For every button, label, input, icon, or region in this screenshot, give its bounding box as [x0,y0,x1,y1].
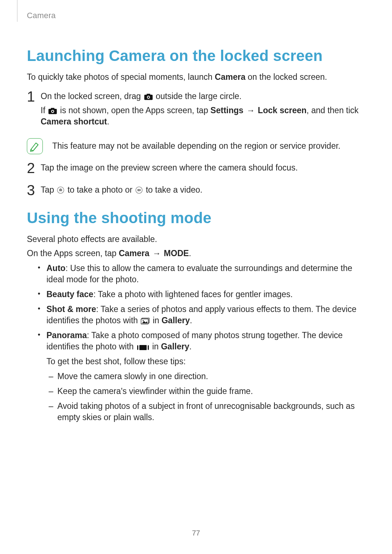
svg-rect-12 [138,189,140,191]
text: outside the large circle. [156,91,242,101]
mode-name: Panorama [46,331,87,340]
page-number: 77 [0,529,392,537]
photo-stack-icon [141,318,150,324]
mode-shot-and-more: Shot & more: Take a series of photos and… [36,304,365,326]
bold-lockscreen: Lock screen [258,106,306,115]
svg-point-3 [147,97,149,98]
step-3: 3 Tap to take a photo or to take a video… [27,184,365,198]
text: . [190,316,192,325]
section2-intro: Several photo effects are available. [27,234,365,245]
running-header: Camera [27,11,56,20]
section2-path: On the Apps screen, tap Camera → MODE. [27,248,365,259]
mode-beauty-face: Beauty face: Take a photo with lightened… [36,289,365,300]
svg-point-7 [52,111,53,112]
panorama-tips-intro: To get the best shot, follow these tips: [46,356,365,367]
tip-3: Avoid taking photos of a subject in fron… [46,401,365,423]
note-text: This feature may not be available depend… [52,140,365,152]
step-2: 2 Tap the image on the preview screen wh… [27,162,365,176]
text: . [189,342,191,351]
step-1: 1 On the locked screen, drag outside the… [27,91,365,130]
record-icon [135,186,143,194]
step-body: Tap the image on the preview screen wher… [41,162,365,176]
panorama-tips: Move the camera slowly in one direction.… [46,371,365,423]
text: If [41,106,48,115]
step-number: 3 [27,183,41,197]
camera-icon [48,108,57,114]
step-number: 1 [27,89,41,104]
mode-desc: : Take a photo with lightened faces for … [93,290,293,299]
note-icon [27,138,43,154]
svg-rect-5 [51,108,54,109]
step2-text: Tap the image on the preview screen wher… [41,162,365,173]
mode-panorama: Panorama: Take a photo composed of many … [36,330,365,423]
section-title-launching: Launching Camera on the locked screen [27,46,365,66]
text: on the locked screen. [245,72,327,82]
mode-name: Beauty face [46,290,93,299]
svg-rect-16 [139,345,147,350]
step3-text: Tap to take a photo or to take a video. [41,184,365,196]
mode-name: Shot & more [46,304,96,314]
text: in [153,316,162,325]
corner-rule [17,0,17,22]
tip-2: Keep the camera's viewfinder within the … [46,386,365,397]
bold-gallery: Gallery [161,342,189,351]
text: On the locked screen, drag [41,91,143,101]
bold-camera-shortcut: Camera shortcut [41,117,107,126]
bold-settings: Settings [211,106,244,115]
step1-line1: On the locked screen, drag outside the l… [41,91,365,102]
page: Camera Launching Camera on the locked sc… [0,0,392,554]
step-body: Tap to take a photo or to take a video. [41,184,365,198]
section1-intro: To quickly take photos of special moment… [27,71,365,83]
bold-camera: Camera [215,72,245,82]
text: , and then tick [307,106,359,115]
svg-point-15 [143,320,144,321]
text: to take a video. [146,185,203,194]
text: to take a photo or [68,185,135,194]
arrow: → [150,249,164,258]
text: Tap [41,185,56,194]
panorama-icon [137,345,149,350]
shutter-icon [57,186,64,194]
bold-gallery: Gallery [162,316,190,325]
mode-auto: Auto: Use this to allow the camera to ev… [36,263,365,285]
bold-camera: Camera [119,249,149,258]
step-number: 2 [27,161,41,175]
text: is not shown, open the Apps screen, tap [60,106,211,115]
section-title-shooting-mode: Using the shooting mode [27,208,365,229]
camera-icon [144,94,153,100]
note: This feature may not be available depend… [27,138,365,154]
bold-mode: MODE [164,249,189,258]
tip-1: Move the camera slowly in one direction. [46,371,365,382]
page-content: Launching Camera on the locked screen To… [0,0,392,423]
text: On the Apps screen, tap [27,249,119,258]
svg-rect-10 [60,188,61,189]
step1-line2: If is not shown, open the Apps screen, t… [41,105,365,127]
text: . [107,117,109,126]
mode-desc: : Use this to allow the camera to evalua… [46,263,352,284]
svg-rect-1 [147,94,150,95]
text: . [189,249,191,258]
arrow: → [244,106,258,115]
step-body: On the locked screen, drag outside the l… [41,91,365,130]
mode-desc: : Take a photo composed of many photos s… [46,331,343,351]
svg-rect-9 [59,189,62,191]
mode-list: Auto: Use this to allow the camera to ev… [36,263,365,423]
mode-name: Auto [46,263,65,273]
text: To quickly take photos of special moment… [27,72,215,82]
text: in [152,342,161,351]
